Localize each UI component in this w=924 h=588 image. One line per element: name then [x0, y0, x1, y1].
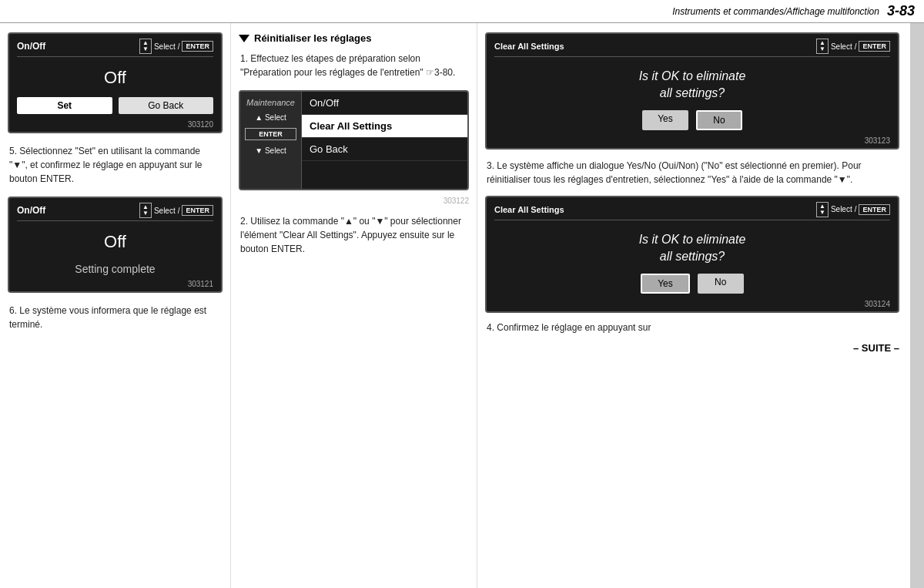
menu-select-up: ▲ Select — [245, 113, 296, 122]
screen1-controls: ▲▼ Select / ENTER — [139, 39, 213, 54]
select-arrow-icon-2: ▲▼ — [139, 203, 152, 218]
dialog1-no-btn[interactable]: No — [696, 110, 742, 130]
screen2-slash: / — [178, 207, 180, 215]
footer-suite: – SUITE – — [485, 342, 899, 354]
dialog2-enter: ENTER — [859, 204, 890, 215]
screen1-title: On/Off — [17, 41, 45, 52]
col-left: On/Off ▲▼ Select / ENTER Off Set Go Back… — [0, 23, 231, 588]
col-right: Clear All Settings ▲▼ Select / ENTER Is … — [477, 23, 924, 588]
dialog2-no-btn[interactable]: No — [698, 274, 744, 294]
menu-select-down: ▼ Select — [245, 146, 296, 155]
screen1-value: Off — [17, 60, 213, 94]
menu-right-panel: On/Off Clear All Settings Go Back — [302, 92, 467, 189]
dialog1-text: Is it OK to eliminate all settings? — [494, 60, 890, 107]
col-mid: Réinitialiser les réglages 1. Effectuez … — [231, 23, 477, 588]
mid-step2: 2. Utilisez la commande "▲" ou "▼" pour … — [239, 211, 469, 259]
screen1-header: On/Off ▲▼ Select / ENTER — [17, 39, 213, 57]
menu-left-panel: Maintenance ▲ Select ENTER ▼ Select — [240, 92, 302, 189]
menu-item-goback[interactable]: Go Back — [302, 138, 467, 161]
section-heading: Réinitialiser les réglages — [239, 32, 469, 44]
dialog2-line1: Is it OK to eliminate — [494, 231, 890, 248]
dialog2-arrow-icon: ▲▼ — [816, 202, 829, 217]
menu-item-onoff[interactable]: On/Off — [302, 92, 467, 115]
dialog1-title: Clear All Settings — [494, 42, 564, 51]
dialog1-yes-btn[interactable]: Yes — [642, 110, 688, 130]
sidebar-decoration — [910, 23, 924, 588]
dialog1-header: Clear All Settings ▲▼ Select / ENTER — [494, 39, 890, 57]
triangle-icon — [239, 35, 249, 42]
dialog-screen-1: Clear All Settings ▲▼ Select / ENTER Is … — [485, 32, 899, 150]
select-arrow-icon: ▲▼ — [139, 39, 152, 54]
dialog-screen-2: Clear All Settings ▲▼ Select / ENTER Is … — [485, 196, 899, 313]
dialog1-buttons: Yes No — [494, 107, 890, 135]
menu-screen: Maintenance ▲ Select ENTER ▼ Select On/O… — [239, 90, 469, 190]
menu-enter-btn[interactable]: ENTER — [245, 128, 296, 140]
select-down-label: ▼ Select — [255, 146, 286, 155]
screen2-title: On/Off — [17, 205, 45, 216]
select-up-label: ▲ Select — [255, 113, 286, 122]
right-step3: 3. Le système affiche un dialogue Yes/No… — [485, 156, 899, 190]
screen1-buttons: Set Go Back — [17, 94, 213, 119]
screen-onoff-2: On/Off ▲▼ Select / ENTER Off Setting com… — [8, 197, 223, 293]
dialog2-header: Clear All Settings ▲▼ Select / ENTER — [494, 202, 890, 220]
screen1-enter: ENTER — [182, 41, 213, 52]
dialog2-select-label: Select — [831, 205, 852, 213]
dialog2-line2: all settings? — [494, 248, 890, 265]
menu-item-clearall[interactable]: Clear All Settings — [302, 115, 467, 138]
screen1-goback-btn[interactable]: Go Back — [119, 97, 214, 114]
screen-onoff-1: On/Off ▲▼ Select / ENTER Off Set Go Back… — [8, 32, 223, 133]
screen1-select-label: Select — [154, 42, 176, 51]
right-step4: 4. Confirmez le réglage en appuyant sur — [485, 318, 899, 338]
dialog2-title: Clear All Settings — [494, 205, 564, 214]
dialog2-slash: / — [855, 205, 857, 213]
header-page: 3-83 — [887, 3, 915, 19]
dialog2-buttons: Yes No — [494, 270, 890, 298]
screen2-controls: ▲▼ Select / ENTER — [139, 203, 213, 218]
menu-label: Maintenance — [245, 98, 296, 107]
dialog2-text: Is it OK to eliminate all settings? — [494, 223, 890, 270]
main-content: On/Off ▲▼ Select / ENTER Off Set Go Back… — [0, 23, 924, 588]
screen2-enter: ENTER — [182, 205, 213, 216]
screen2-code: 303121 — [17, 278, 213, 288]
screen2-select-label: Select — [154, 207, 176, 215]
mid-step1: 1. Effectuez les étapes de préparation s… — [239, 49, 469, 82]
dialog1-select-label: Select — [831, 42, 852, 51]
dialog1-controls: ▲▼ Select / ENTER — [816, 39, 890, 54]
dialog1-code: 303123 — [494, 135, 890, 145]
screen1-set-btn[interactable]: Set — [17, 97, 112, 114]
screen1-code: 303120 — [17, 119, 213, 129]
dialog1-line2: all settings? — [494, 85, 890, 102]
caption2: 6. Le système vous informera que le régl… — [8, 301, 223, 334]
screen2-value: Off — [17, 224, 213, 258]
page-header: Instruments et commandes/Affichage multi… — [0, 0, 924, 23]
caption1: 5. Sélectionnez "Set" en utilisant la co… — [8, 141, 223, 189]
menu-screen-code: 303122 — [239, 197, 469, 205]
dialog1-enter: ENTER — [859, 41, 890, 52]
screen1-slash: / — [178, 42, 180, 51]
dialog2-controls: ▲▼ Select / ENTER — [816, 202, 890, 217]
dialog1-line1: Is it OK to eliminate — [494, 68, 890, 85]
section-title: Réinitialiser les réglages — [254, 32, 371, 44]
screen2-sub: Setting complete — [17, 258, 213, 278]
dialog2-yes-btn[interactable]: Yes — [641, 274, 690, 294]
dialog2-code: 303124 — [494, 298, 890, 308]
dialog1-slash: / — [855, 42, 857, 51]
header-title: Instruments et commandes/Affichage multi… — [672, 6, 879, 17]
screen2-header: On/Off ▲▼ Select / ENTER — [17, 203, 213, 221]
dialog1-arrow-icon: ▲▼ — [816, 39, 829, 54]
